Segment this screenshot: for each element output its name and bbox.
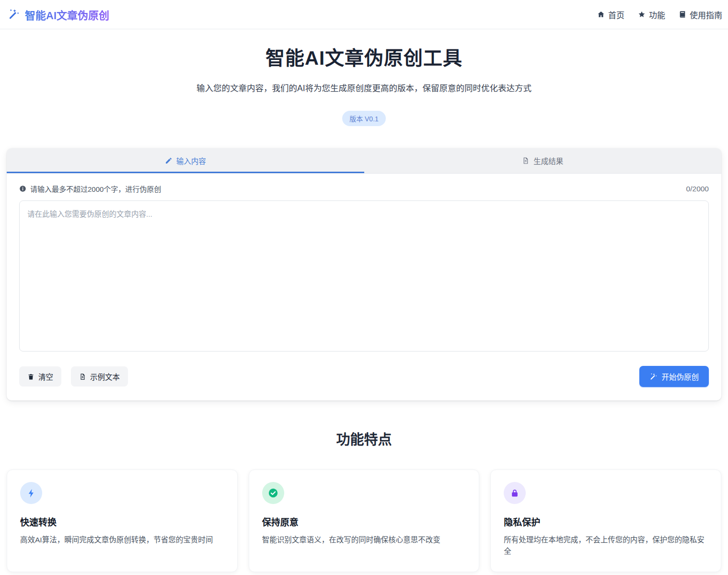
tab-result[interactable]: 生成结果 xyxy=(364,148,722,173)
nav-item-label: 首页 xyxy=(608,9,624,21)
tab-label: 输入内容 xyxy=(176,155,206,166)
features-section: 功能特点 快速转换 高效AI算法，瞬间完成文章伪原创转换，节省您的宝贵时间 保持… xyxy=(0,428,728,575)
feature-card-privacy: 隐私保护 所有处理均在本地完成，不会上传您的内容，保护您的隐私安全 xyxy=(490,469,721,572)
brand-title: 智能AI文章伪原创 xyxy=(25,7,109,22)
features-title: 功能特点 xyxy=(0,428,728,448)
magic-wand-icon xyxy=(8,8,20,21)
nav-item-label: 使用指南 xyxy=(690,9,722,21)
trash-icon xyxy=(27,373,35,380)
magic-wand-icon xyxy=(649,373,658,381)
nav-item-features[interactable]: 功能 xyxy=(638,9,665,21)
input-hint: 请输入最多不超过2000个字，进行伪原创 xyxy=(19,184,161,194)
home-icon xyxy=(597,11,605,18)
main-content: 智能AI文章伪原创工具 输入您的文章内容，我们的AI将为您生成原创度更高的版本，… xyxy=(0,29,728,575)
sample-text-button-label: 示例文本 xyxy=(90,371,120,382)
article-input[interactable] xyxy=(19,200,709,352)
hint-row: 请输入最多不超过2000个字，进行伪原创 0/2000 xyxy=(19,184,709,194)
feature-card-desc: 所有处理均在本地完成，不会上传您的内容，保护您的隐私安全 xyxy=(504,534,708,557)
clear-button-label: 清空 xyxy=(38,371,53,382)
feature-card-title: 隐私保护 xyxy=(504,515,708,528)
navbar: 智能AI文章伪原创 首页 功能 使用指南 xyxy=(0,0,728,29)
version-badge: 版本 V0.1 xyxy=(342,111,386,126)
feature-card-title: 快速转换 xyxy=(20,515,224,528)
input-panel-body: 请输入最多不超过2000个字，进行伪原创 0/2000 清空 xyxy=(7,174,721,400)
start-rewrite-button-label: 开始伪原创 xyxy=(661,371,699,382)
feature-cards: 快速转换 高效AI算法，瞬间完成文章伪原创转换，节省您的宝贵时间 保持原意 智能… xyxy=(7,469,721,572)
file-text-icon xyxy=(79,373,86,380)
star-icon xyxy=(638,11,646,18)
char-counter: 0/2000 xyxy=(686,185,709,193)
sample-text-button[interactable]: 示例文本 xyxy=(71,366,128,387)
tab-bar: 输入内容 生成结果 xyxy=(7,148,721,174)
lock-icon xyxy=(504,482,526,504)
hero-section: 智能AI文章伪原创工具 输入您的文章内容，我们的AI将为您生成原创度更高的版本，… xyxy=(0,29,728,126)
tab-label: 生成结果 xyxy=(533,155,563,166)
feature-card-fast-convert: 快速转换 高效AI算法，瞬间完成文章伪原创转换，节省您的宝贵时间 xyxy=(7,469,238,572)
nav-links: 首页 功能 使用指南 xyxy=(597,9,722,21)
feature-card-desc: 高效AI算法，瞬间完成文章伪原创转换，节省您的宝贵时间 xyxy=(20,534,224,546)
lightning-icon xyxy=(20,482,42,504)
brand[interactable]: 智能AI文章伪原创 xyxy=(8,7,109,22)
page-title: 智能AI文章伪原创工具 xyxy=(0,47,728,70)
document-icon xyxy=(522,157,530,164)
tab-input[interactable]: 输入内容 xyxy=(7,148,364,173)
input-hint-text: 请输入最多不超过2000个字，进行伪原创 xyxy=(30,184,161,194)
page-subtitle: 输入您的文章内容，我们的AI将为您生成原创度更高的版本，保留原意的同时优化表达方… xyxy=(196,82,532,95)
workspace-panel: 输入内容 生成结果 请输入最多不超过2000个字，进行伪原创 xyxy=(7,148,721,400)
book-icon xyxy=(679,11,686,18)
nav-item-label: 功能 xyxy=(649,9,665,21)
start-rewrite-button[interactable]: 开始伪原创 xyxy=(639,366,709,387)
check-circle-icon xyxy=(262,482,284,504)
pencil-icon xyxy=(165,157,173,164)
info-icon xyxy=(19,185,26,192)
feature-card-keep-meaning: 保持原意 智能识别文章语义，在改写的同时确保核心意思不改变 xyxy=(249,469,480,572)
feature-card-title: 保持原意 xyxy=(262,515,466,528)
feature-card-desc: 智能识别文章语义，在改写的同时确保核心意思不改变 xyxy=(262,534,466,546)
action-row: 清空 示例文本 xyxy=(19,366,709,387)
nav-item-guide[interactable]: 使用指南 xyxy=(679,9,722,21)
nav-item-home[interactable]: 首页 xyxy=(597,9,624,21)
clear-button[interactable]: 清空 xyxy=(19,366,61,387)
